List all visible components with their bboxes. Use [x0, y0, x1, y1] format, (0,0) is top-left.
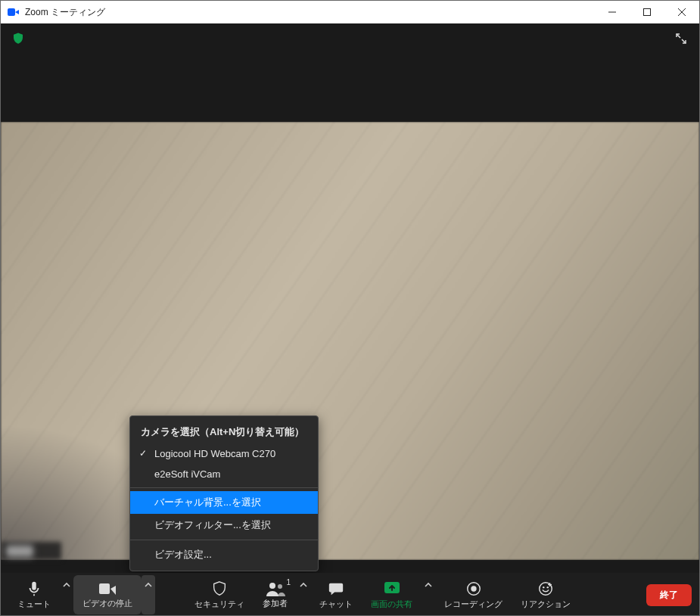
menu-item-label: ビデオフィルター...を選択: [154, 519, 271, 530]
participant-name-tag: ████: [1, 542, 61, 560]
security-label: セキュリティ: [194, 599, 244, 610]
mute-button[interactable]: ミュート: [8, 575, 60, 614]
video-options-menu: カメラを選択（Alt+N切り替え可能） Logicool HD Webcam C…: [129, 415, 319, 571]
meeting-topbar: [1, 23, 699, 54]
zoom-app-icon: [7, 5, 20, 19]
reactions-label: リアクション: [521, 599, 571, 610]
self-video: [1, 122, 699, 560]
svg-point-7: [278, 584, 282, 589]
video-area: [1, 122, 699, 560]
record-button[interactable]: レコーディング: [435, 575, 512, 614]
participants-chevron[interactable]: [297, 575, 310, 614]
audio-options-chevron[interactable]: [60, 575, 73, 614]
menu-separator: [130, 487, 318, 488]
window-titlebar: Zoom ミーティング: [1, 1, 699, 23]
window-buttons: [595, 1, 699, 23]
menu-item-label: e2eSoft iVCam: [154, 468, 220, 480]
end-label: 終了: [660, 590, 678, 600]
participant-name: ████: [7, 546, 33, 556]
participants-label: 参加者: [263, 598, 288, 609]
maximize-button[interactable]: [630, 1, 664, 23]
share-label: 画面の共有: [371, 599, 412, 610]
window-title: Zoom ミーティング: [25, 6, 105, 19]
end-meeting-button[interactable]: 終了: [646, 584, 692, 606]
menu-section-camera: カメラを選択（Alt+N切り替え可能）: [130, 421, 318, 443]
record-label: レコーディング: [444, 599, 502, 610]
svg-rect-5: [99, 583, 110, 594]
svg-point-12: [543, 586, 544, 587]
encryption-shield-icon[interactable]: [10, 30, 26, 47]
menu-separator: [130, 540, 318, 540]
close-button[interactable]: [664, 1, 699, 23]
svg-point-6: [269, 583, 275, 589]
participants-button[interactable]: 1 参加者: [254, 575, 297, 614]
svg-point-10: [471, 586, 476, 591]
meeting-controls: ミュート ビデオの停止 セキュリティ 1 参加者 チャット: [1, 573, 699, 616]
chat-label: チャット: [319, 599, 353, 610]
svg-rect-0: [8, 8, 15, 16]
svg-rect-2: [644, 9, 651, 16]
share-screen-button[interactable]: 画面の共有: [362, 575, 422, 614]
menu-item-label: バーチャル背景...を選択: [154, 496, 261, 508]
menu-item-video-filter[interactable]: ビデオフィルター...を選択: [130, 514, 318, 537]
video-label: ビデオの停止: [82, 598, 132, 609]
menu-item-camera-1[interactable]: Logicool HD Webcam C270: [130, 443, 318, 464]
menu-item-virtual-background[interactable]: バーチャル背景...を選択: [130, 491, 318, 514]
mute-label: ミュート: [17, 599, 51, 610]
stop-video-button[interactable]: ビデオの停止: [73, 575, 142, 614]
video-options-chevron[interactable]: [142, 575, 155, 614]
fullscreen-icon[interactable]: [672, 30, 690, 48]
share-options-chevron[interactable]: [422, 575, 435, 614]
menu-item-video-settings[interactable]: ビデオ設定...: [130, 543, 318, 566]
chat-button[interactable]: チャット: [310, 575, 362, 614]
minimize-button[interactable]: [595, 1, 630, 23]
reactions-button[interactable]: リアクション: [512, 575, 580, 614]
menu-item-label: Logicool HD Webcam C270: [154, 448, 275, 459]
participants-count: 1: [286, 578, 291, 586]
meeting-client: ████ カメラを選択（Alt+N切り替え可能） Logicool HD Web…: [1, 23, 699, 616]
svg-point-13: [547, 586, 549, 587]
security-button[interactable]: セキュリティ: [185, 575, 254, 614]
menu-item-label: ビデオ設定...: [154, 549, 212, 560]
menu-item-camera-2[interactable]: e2eSoft iVCam: [130, 464, 318, 484]
